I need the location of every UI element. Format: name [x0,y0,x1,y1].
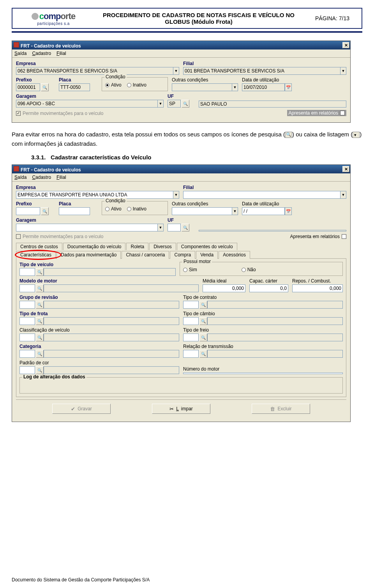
search-icon[interactable]: 🔍 [199,350,207,358]
gravar-button[interactable]: ✔Gravar [52,404,111,414]
radio-nao[interactable]: Não [242,267,256,272]
media-input[interactable]: 0,000 [203,284,245,292]
prefixo-input[interactable]: 0000001 [16,83,40,91]
search-icon[interactable]: 🔍 [199,301,207,309]
tab-venda[interactable]: Venda [196,251,218,259]
condicao-group: Condição Ativo Inativo [102,77,168,91]
uf-input[interactable]: SP [168,100,181,108]
menu-saida[interactable]: Saída [14,175,26,180]
tipo-cambio-code[interactable] [183,317,199,325]
dropdown-icon[interactable]: ▼ [340,191,346,199]
relacao-code[interactable] [183,350,199,358]
filial-input[interactable]: 001 BREDA TRANSPORTES E SERVICOS S/A [183,67,340,75]
search-icon[interactable]: 🔍 [182,224,189,231]
grupo-desc [44,301,179,309]
dropdown-icon[interactable]: ▼ [157,224,164,231]
tab-chassi[interactable]: Chassi / carroceria [122,251,169,259]
dropdown-icon[interactable]: ▼ [157,100,164,108]
empresa-input[interactable]: EMPRESA DE TRANSPORTE PENHA UNIAO LTDA [16,191,173,199]
uf-desc: SAO PAULO [199,101,346,108]
menu-filial[interactable]: Filial [56,175,66,180]
data-input[interactable]: 10/07/2010 [242,83,285,91]
tab-diversos[interactable]: Diversos [149,243,176,250]
search-icon[interactable]: 🔍 [41,207,49,215]
radio-ativo[interactable]: Ativo [105,82,122,88]
radio-inativo[interactable]: Inativo [127,82,146,88]
tipo-veiculo-code[interactable] [19,268,35,276]
empresa-input[interactable]: 062 BREDA TRANSPORTES E SERVICOS S/A [16,67,173,75]
search-icon[interactable]: 🔍 [41,83,49,91]
tab-documentacao[interactable]: Documentação do veículo [63,243,126,250]
search-icon[interactable]: 🔍 [182,100,189,108]
outras-input[interactable] [172,83,232,91]
search-icon[interactable]: 🔍 [199,317,207,325]
tipo-contrato-code[interactable] [183,301,199,309]
close-button[interactable]: ✕ [342,42,349,48]
logo-text: omp [44,11,60,21]
search-icon[interactable]: 🔍 [36,366,44,374]
dropdown-icon[interactable]: ▼ [173,67,179,75]
calendar-icon[interactable]: 📅 [285,83,292,91]
search-icon[interactable]: 🔍 [36,350,44,358]
categoria-code[interactable] [19,350,35,358]
tipo-freio-code[interactable] [183,334,199,341]
logo-text: c [39,11,44,21]
permite-check[interactable]: Permite movimentações para o veículo [16,111,103,116]
menu-filial[interactable]: Filial [56,51,66,56]
menu-saida[interactable]: Saída [14,51,26,56]
tab-compra[interactable]: Compra [170,251,195,259]
menu-cadastro[interactable]: Cadastro [32,51,51,56]
garagem-input[interactable] [16,224,157,231]
permite-check[interactable]: Permite movimentações para o veículo [16,234,103,239]
condicao-group: Condição Ativo Inativo [102,201,168,215]
search-icon[interactable]: 🔍 [199,334,207,341]
dropdown-icon[interactable]: ▼ [232,207,238,215]
dropdown-icon[interactable]: ▼ [173,191,179,199]
possui-motor-group: Possui motor Sim Não [180,262,343,276]
classif-code[interactable] [19,334,35,341]
search-icon[interactable]: 🔍 [36,301,44,309]
placa-input[interactable] [59,207,90,215]
prefixo-input[interactable] [16,207,40,215]
search-icon[interactable]: 🔍 [36,284,44,292]
grupo-code[interactable] [19,301,35,309]
garagem-input[interactable]: 096 APOIO - SBC [16,100,157,108]
tab-centros-custos[interactable]: Centros de custos [16,243,62,250]
tab-componentes[interactable]: Componentes do veículo [177,243,237,250]
search-icon[interactable]: 🔍 [36,317,44,325]
footer-text: Documento do Sistema de Gestão da Compor… [12,577,150,583]
apresenta-check[interactable]: Apresenta em relatórios [287,110,346,116]
search-icon[interactable]: 🔍 [36,334,44,341]
padrao-code[interactable] [19,366,35,374]
tab-caracteristicas[interactable]: Características [16,251,56,259]
tab-acessorios[interactable]: Acessórios [219,251,250,259]
tab-dados-mov[interactable]: Dados para movimentação [56,251,121,259]
modelo-code[interactable] [19,284,35,292]
excluir-button[interactable]: 🗑Excluir [252,404,310,414]
repos-input[interactable]: 0,000 [292,284,343,292]
menu-cadastro[interactable]: Cadastro [32,175,51,180]
capac-input[interactable]: 0,0 [249,284,288,292]
tab-roleta[interactable]: Roleta [126,243,148,250]
close-button[interactable]: ✕ [342,166,349,172]
outras-input[interactable] [172,207,232,215]
placa-input[interactable]: TTT-0050 [59,83,90,91]
calendar-icon[interactable]: 📅 [285,207,292,215]
padrao-label: Padrão de cor [19,360,179,366]
radio-inativo[interactable]: Inativo [127,206,146,212]
search-icon[interactable]: 🔍 [36,268,44,276]
filial-input[interactable] [183,191,340,199]
prefixo-label: Prefixo [16,77,55,83]
uf-input[interactable] [168,224,181,231]
radio-sim[interactable]: Sim [183,267,197,272]
radio-ativo[interactable]: Ativo [105,206,122,212]
data-input[interactable]: / / [242,207,285,215]
apresenta-check[interactable]: Apresenta em relatórios [290,234,346,239]
dropdown-icon[interactable]: ▼ [232,83,238,91]
filial-label: Filial [183,61,346,66]
uf-label: UF [168,217,195,223]
limpar-button[interactable]: ✂Limpar [152,404,210,414]
dropdown-icon[interactable]: ▼ [340,67,346,75]
tipo-frota-code[interactable] [19,317,35,325]
numero-motor-input[interactable] [183,373,343,374]
